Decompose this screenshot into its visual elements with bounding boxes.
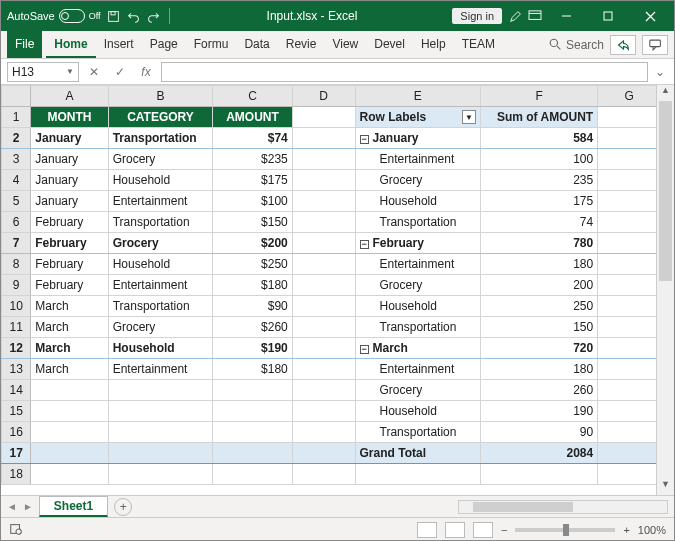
pivot-cell[interactable]: 780 bbox=[481, 233, 598, 254]
cell[interactable] bbox=[598, 254, 656, 275]
pivot-cell[interactable]: 235 bbox=[481, 170, 598, 191]
column-header-E[interactable]: E bbox=[355, 86, 481, 107]
collapse-icon[interactable]: − bbox=[360, 135, 369, 144]
row-header[interactable]: 11 bbox=[2, 317, 31, 338]
scroll-thumb[interactable] bbox=[659, 101, 672, 281]
pivot-cell[interactable]: 2084 bbox=[481, 443, 598, 464]
cell[interactable]: $100 bbox=[213, 191, 292, 212]
vertical-scrollbar[interactable]: ▲ ▼ bbox=[656, 85, 674, 495]
cell[interactable] bbox=[598, 338, 656, 359]
cell[interactable] bbox=[292, 359, 355, 380]
collapse-icon[interactable]: − bbox=[360, 240, 369, 249]
scroll-down-arrow[interactable]: ▼ bbox=[657, 479, 674, 495]
cell[interactable] bbox=[292, 254, 355, 275]
cell[interactable]: $235 bbox=[213, 149, 292, 170]
cell[interactable] bbox=[292, 170, 355, 191]
cell[interactable] bbox=[292, 107, 355, 128]
cell[interactable] bbox=[598, 128, 656, 149]
sign-in-button[interactable]: Sign in bbox=[452, 8, 502, 24]
cell[interactable] bbox=[108, 401, 213, 422]
cell[interactable]: February bbox=[31, 212, 108, 233]
cell[interactable]: Household bbox=[108, 254, 213, 275]
row-header[interactable]: 8 bbox=[2, 254, 31, 275]
cell[interactable] bbox=[598, 401, 656, 422]
pivot-cell[interactable]: 250 bbox=[481, 296, 598, 317]
cell[interactable] bbox=[292, 149, 355, 170]
cell[interactable]: Grocery bbox=[108, 149, 213, 170]
row-header[interactable]: 5 bbox=[2, 191, 31, 212]
cell[interactable]: $90 bbox=[213, 296, 292, 317]
cell[interactable]: $175 bbox=[213, 170, 292, 191]
pivot-cell[interactable]: Entertainment bbox=[355, 359, 481, 380]
cell[interactable]: CATEGORY bbox=[108, 107, 213, 128]
cell[interactable]: March bbox=[31, 296, 108, 317]
pivot-cell[interactable]: Entertainment bbox=[355, 149, 481, 170]
cancel-icon[interactable]: ✕ bbox=[83, 63, 105, 81]
cell[interactable] bbox=[598, 464, 656, 485]
row-header[interactable]: 10 bbox=[2, 296, 31, 317]
worksheet-grid[interactable]: ABCDEFG1MONTHCATEGORYAMOUNTRow Labels▼Su… bbox=[1, 85, 656, 495]
cell[interactable] bbox=[108, 380, 213, 401]
pivot-cell[interactable]: Transportation bbox=[355, 422, 481, 443]
cell[interactable]: $190 bbox=[213, 338, 292, 359]
search-box[interactable]: Search bbox=[549, 38, 604, 52]
cell[interactable]: $200 bbox=[213, 233, 292, 254]
pivot-cell[interactable]: Household bbox=[355, 191, 481, 212]
cell[interactable] bbox=[598, 380, 656, 401]
row-header[interactable]: 18 bbox=[2, 464, 31, 485]
tab-page[interactable]: Page bbox=[142, 31, 186, 58]
minimize-button[interactable] bbox=[548, 2, 584, 30]
cell[interactable] bbox=[598, 422, 656, 443]
scroll-up-arrow[interactable]: ▲ bbox=[657, 85, 674, 101]
tab-help[interactable]: Help bbox=[413, 31, 454, 58]
undo-icon[interactable] bbox=[127, 9, 141, 23]
zoom-level[interactable]: 100% bbox=[638, 524, 666, 536]
cell[interactable]: Transportation bbox=[108, 212, 213, 233]
row-header[interactable]: 15 bbox=[2, 401, 31, 422]
row-header[interactable]: 7 bbox=[2, 233, 31, 254]
cell[interactable]: $260 bbox=[213, 317, 292, 338]
cell[interactable] bbox=[213, 380, 292, 401]
pivot-cell[interactable]: Sum of AMOUNT bbox=[481, 107, 598, 128]
cell[interactable]: AMOUNT bbox=[213, 107, 292, 128]
tab-developer[interactable]: Devel bbox=[366, 31, 413, 58]
column-header-F[interactable]: F bbox=[481, 86, 598, 107]
cell[interactable] bbox=[598, 107, 656, 128]
tab-nav-prev-icon[interactable]: ◄ bbox=[7, 501, 17, 512]
tab-data[interactable]: Data bbox=[236, 31, 277, 58]
pivot-cell[interactable]: 100 bbox=[481, 149, 598, 170]
pivot-cell[interactable]: −February bbox=[355, 233, 481, 254]
cell[interactable] bbox=[598, 233, 656, 254]
cell[interactable] bbox=[31, 422, 108, 443]
cell[interactable] bbox=[292, 212, 355, 233]
fx-icon[interactable]: fx bbox=[135, 63, 157, 81]
pivot-cell[interactable]: 90 bbox=[481, 422, 598, 443]
column-header-G[interactable]: G bbox=[598, 86, 656, 107]
cell[interactable]: January bbox=[31, 149, 108, 170]
cell[interactable] bbox=[292, 296, 355, 317]
cell[interactable] bbox=[31, 443, 108, 464]
cell[interactable] bbox=[31, 464, 108, 485]
cell[interactable] bbox=[213, 443, 292, 464]
row-header[interactable]: 13 bbox=[2, 359, 31, 380]
share-button[interactable] bbox=[610, 35, 636, 55]
pivot-cell[interactable]: 190 bbox=[481, 401, 598, 422]
cell[interactable] bbox=[108, 464, 213, 485]
horizontal-scrollbar[interactable] bbox=[458, 500, 668, 514]
cell[interactable] bbox=[292, 380, 355, 401]
zoom-in-button[interactable]: + bbox=[623, 524, 629, 536]
cell[interactable] bbox=[292, 317, 355, 338]
formula-input[interactable] bbox=[161, 62, 648, 82]
cell[interactable] bbox=[598, 191, 656, 212]
cell[interactable]: March bbox=[31, 359, 108, 380]
pivot-cell[interactable]: 74 bbox=[481, 212, 598, 233]
add-sheet-button[interactable]: + bbox=[114, 498, 132, 516]
cell[interactable]: Transportation bbox=[108, 296, 213, 317]
comments-button[interactable] bbox=[642, 35, 668, 55]
cell[interactable]: March bbox=[31, 317, 108, 338]
tab-team[interactable]: TEAM bbox=[454, 31, 503, 58]
pivot-cell[interactable]: 150 bbox=[481, 317, 598, 338]
cell[interactable] bbox=[292, 233, 355, 254]
cell[interactable]: $180 bbox=[213, 275, 292, 296]
cell[interactable] bbox=[292, 464, 355, 485]
